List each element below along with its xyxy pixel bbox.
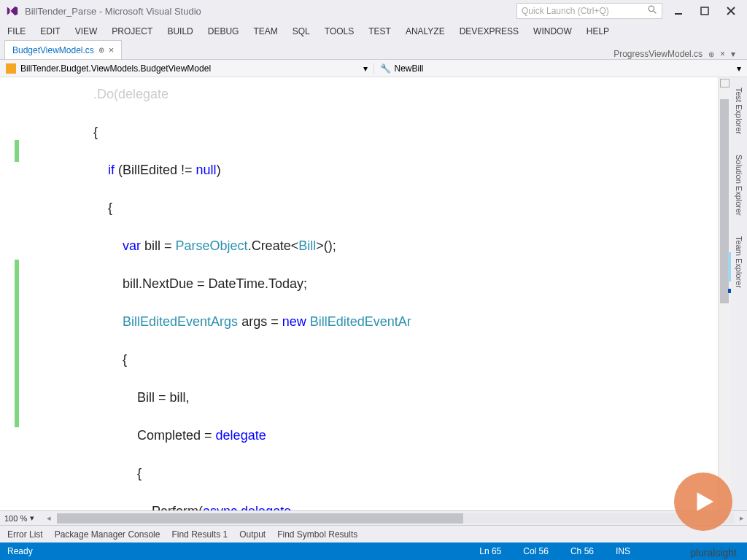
tab-find-results[interactable]: Find Results 1 — [171, 529, 228, 540]
scrollbar-thumb[interactable] — [57, 513, 463, 524]
code-line: var bill = ParseObject.Create<Bill>(); — [20, 236, 718, 255]
document-tabs: BudgetViewModel.cs ⊕ × ProgressViewModel… — [0, 41, 747, 60]
change-mark — [15, 140, 19, 162]
menu-debug[interactable]: DEBUG — [208, 26, 239, 36]
editor-margin — [0, 77, 20, 510]
menu-devexpress[interactable]: DEVEXPRESS — [460, 26, 519, 36]
code-line: { — [20, 122, 718, 141]
statusbar: Ready Ln 65 Col 56 Ch 56 INS — [0, 542, 747, 560]
bottom-panel-tabs: Error List Package Manager Console Find … — [0, 525, 747, 542]
svg-marker-1 — [10, 7, 18, 16]
menu-edit[interactable]: EDIT — [40, 26, 60, 36]
class-icon — [6, 63, 16, 74]
tab-test-explorer[interactable]: Test Explorer — [733, 85, 745, 137]
member-dropdown[interactable]: 🔧 NewBill ▾ — [374, 63, 748, 74]
tab-solution-explorer[interactable]: Solution Explorer — [733, 152, 745, 219]
search-icon — [648, 5, 657, 17]
status-ch: Ch 56 — [570, 546, 594, 556]
vs-logo-icon — [6, 4, 19, 18]
code-line: Bill = bill, — [20, 388, 718, 407]
menu-team[interactable]: TEAM — [253, 26, 277, 36]
property-icon: 🔧 — [380, 63, 390, 74]
menu-sql[interactable]: SQL — [293, 26, 310, 36]
code-line: { — [20, 464, 718, 483]
maximize-button[interactable] — [694, 2, 715, 20]
change-mark — [15, 260, 19, 427]
menu-test[interactable]: TEST — [368, 26, 391, 36]
close-icon[interactable]: × — [109, 44, 115, 55]
titlebar: BillTender_Parse - Microsoft Visual Stud… — [0, 0, 747, 22]
zoom-value: 100 % — [4, 514, 27, 523]
tab-progressviewmodel[interactable]: ProgressViewModel.cs ⊕ × ▾ — [614, 49, 743, 59]
tab-team-explorer[interactable]: Team Explorer — [733, 233, 745, 291]
tab-output[interactable]: Output — [239, 529, 266, 540]
play-button-overlay[interactable] — [674, 472, 732, 531]
code-line: BillEditedEventArgs args = new BillEdite… — [20, 312, 718, 331]
quick-launch[interactable] — [516, 3, 662, 19]
code-editor[interactable]: .Do(delegate { if (BillEdited != null) {… — [20, 77, 718, 510]
code-line: if (BillEdited != null) — [20, 160, 718, 179]
menu-help[interactable]: HELP — [587, 26, 609, 36]
pin-icon[interactable]: ⊕ — [98, 46, 104, 54]
menu-tools[interactable]: TOOLS — [325, 26, 354, 36]
chevron-down-icon[interactable]: ▾ — [731, 49, 735, 59]
svg-rect-5 — [701, 7, 708, 15]
menu-build[interactable]: BUILD — [167, 26, 193, 36]
tab-package-manager[interactable]: Package Manager Console — [55, 529, 160, 540]
code-line: .Do(delegate — [20, 85, 718, 104]
scroll-left-icon[interactable]: ◂ — [44, 513, 54, 523]
menubar: FILE EDIT VIEW PROJECT BUILD DEBUG TEAM … — [0, 22, 747, 41]
code-nav-bar: BillTender.Budget.ViewModels.BudgetViewM… — [0, 60, 747, 77]
menu-view[interactable]: VIEW — [75, 26, 98, 36]
zoom-dropdown[interactable]: 100 %▾ — [0, 513, 44, 523]
play-icon — [691, 489, 716, 514]
chevron-down-icon: ▾ — [737, 63, 741, 74]
status-ready: Ready — [7, 546, 33, 556]
status-ins: INS — [616, 546, 630, 556]
status-line: Ln 65 — [479, 546, 501, 556]
pin-icon[interactable]: ⊕ — [708, 50, 714, 58]
split-handle-icon[interactable] — [720, 79, 729, 88]
minimap-caret-mark — [728, 289, 731, 293]
horizontal-scrollbar[interactable] — [57, 513, 734, 524]
menu-analyze[interactable]: ANALYZE — [406, 26, 445, 36]
minimize-button[interactable] — [668, 2, 689, 20]
menu-window[interactable]: WINDOW — [533, 26, 572, 36]
chevron-down-icon: ▾ — [363, 63, 368, 74]
editor-main: .Do(delegate { if (BillEdited != null) {… — [0, 77, 747, 510]
tab-find-symbol[interactable]: Find Symbol Results — [277, 529, 357, 540]
vertical-scrollbar[interactable] — [718, 77, 731, 510]
chevron-down-icon: ▾ — [30, 513, 34, 523]
close-button[interactable] — [721, 2, 741, 20]
svg-marker-8 — [697, 492, 714, 511]
quick-launch-input[interactable] — [522, 6, 648, 16]
svg-marker-0 — [7, 7, 10, 15]
side-panel-tabs: Test Explorer Solution Explorer Team Exp… — [731, 77, 747, 510]
tab-budgetviewmodel[interactable]: BudgetViewModel.cs ⊕ × — [4, 40, 122, 59]
close-icon[interactable]: × — [720, 49, 725, 59]
member-name: NewBill — [395, 63, 424, 74]
code-line: Perform(async delegate — [20, 502, 718, 510]
tab-right-label: ProgressViewModel.cs — [614, 49, 703, 59]
code-line: Completed = delegate — [20, 426, 718, 445]
svg-point-2 — [649, 6, 654, 11]
menu-file[interactable]: FILE — [7, 26, 26, 36]
minimap-mark — [728, 252, 731, 281]
zoom-row: 100 %▾ ◂ ▸ — [0, 510, 747, 525]
code-line: { — [20, 198, 718, 217]
code-line: { — [20, 350, 718, 369]
code-line: bill.NextDue = DateTime.Today; — [20, 274, 718, 293]
tab-label: BudgetViewModel.cs — [12, 45, 94, 55]
scroll-right-icon[interactable]: ▸ — [737, 513, 747, 523]
svg-line-3 — [654, 11, 656, 13]
class-dropdown[interactable]: BillTender.Budget.ViewModels.BudgetViewM… — [0, 63, 374, 74]
status-col: Col 56 — [523, 546, 549, 556]
menu-project[interactable]: PROJECT — [112, 26, 152, 36]
brand-watermark: pluralsight — [690, 547, 737, 559]
class-name: BillTender.Budget.ViewModels.BudgetViewM… — [20, 63, 211, 74]
window-title: BillTender_Parse - Microsoft Visual Stud… — [25, 6, 201, 17]
tab-error-list[interactable]: Error List — [7, 529, 43, 540]
